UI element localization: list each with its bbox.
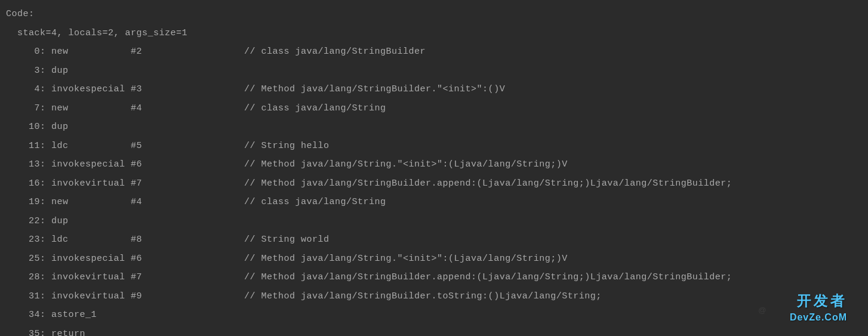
bytecode-line: 16: invokevirtual #7 // Method java/lang…	[6, 174, 862, 193]
bytecode-line: 19: new #4 // class java/lang/String	[6, 193, 862, 212]
code-meta: stack=4, locals=2, args_size=1	[6, 24, 862, 43]
watermark-en: DevZe.CoM	[790, 307, 847, 328]
bytecode-line: 10: dup	[6, 118, 862, 137]
bytecode-line: 35: return	[6, 325, 862, 337]
watermark-faint: @	[758, 302, 767, 318]
bytecode-line: 7: new #4 // class java/lang/String	[6, 99, 862, 118]
code-header: Code:	[6, 5, 862, 24]
bytecode-line: 11: ldc #5 // String hello	[6, 137, 862, 156]
bytecode-line: 4: invokespecial #3 // Method java/lang/…	[6, 80, 862, 99]
bytecode-line: 3: dup	[6, 61, 862, 81]
bytecode-line: 13: invokespecial #6 // Method java/lang…	[6, 155, 862, 174]
bytecode-line: 23: ldc #8 // String world	[6, 230, 862, 249]
bytecode-line: 0: new #2 // class java/lang/StringBuild…	[6, 42, 862, 61]
bytecode-line: 31: invokevirtual #9 // Method java/lang…	[6, 287, 862, 306]
bytecode-line: 28: invokevirtual #7 // Method java/lang…	[6, 268, 862, 287]
bytecode-line: 34: astore_1	[6, 306, 862, 325]
bytecode-line: 22: dup	[6, 212, 862, 231]
bytecode-line: 25: invokespecial #6 // Method java/lang…	[6, 249, 862, 269]
code-block: Code: stack=4, locals=2, args_size=1 0: …	[6, 5, 862, 336]
